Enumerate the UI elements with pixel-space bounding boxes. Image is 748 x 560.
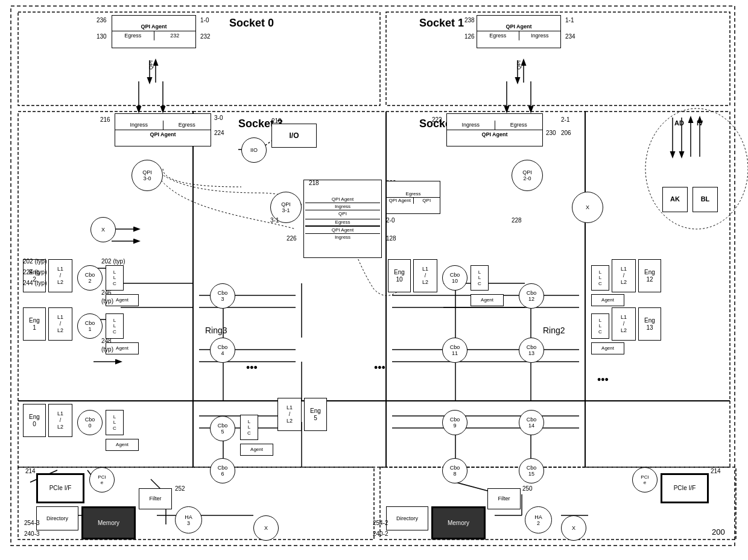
bl-box: BL bbox=[693, 187, 718, 212]
x-circle-bottom-right: X bbox=[561, 515, 586, 541]
ref30-label: 3-0 bbox=[214, 115, 223, 121]
eng12-box: Eng12 bbox=[638, 259, 661, 292]
diagram: Socket 0 QPI Agent Egress 232 236 130 1-… bbox=[0, 0, 748, 560]
agent0-box: Agent bbox=[106, 439, 139, 451]
qpi-agent-socket0: QPI Agent Egress 232 bbox=[112, 15, 196, 48]
cbo3-circle: Cbo3 bbox=[210, 283, 235, 309]
ref240-2-label: 240-2 bbox=[373, 530, 388, 537]
agent12-box: Agent bbox=[591, 294, 624, 306]
ref202-right-label: 202 (typ) bbox=[101, 258, 125, 265]
io-box: I/O bbox=[271, 124, 317, 148]
llc13-box: LLC bbox=[591, 313, 609, 339]
pcie-right-circle: PCIe bbox=[632, 467, 658, 492]
svg-rect-1 bbox=[18, 12, 380, 105]
ref244-label: 244 (typ) bbox=[23, 280, 46, 286]
cbo1-circle: Cbo1 bbox=[77, 313, 103, 339]
dots2: ••• bbox=[374, 362, 385, 374]
eng5-box: Eng5 bbox=[304, 398, 327, 431]
cbo0-circle: Cbo0 bbox=[77, 410, 103, 435]
cbo11-circle: Cbo11 bbox=[442, 338, 468, 363]
ref248-label: 248 bbox=[101, 338, 112, 344]
pcie-left-circle: PCIe bbox=[89, 467, 115, 492]
qpi-agent-socket3: Ingress Egress QPI Agent bbox=[115, 113, 211, 146]
pcie-if-left: PCIe I/F bbox=[36, 473, 84, 503]
ha2-circle: HA2 bbox=[525, 506, 552, 533]
ref246-label: 246 bbox=[101, 289, 112, 296]
qpi21b-circle: X bbox=[572, 192, 603, 223]
agent13-box: Agent bbox=[591, 342, 624, 354]
ref228-label: 228 bbox=[512, 217, 522, 224]
cbo15-circle: Cbo15 bbox=[519, 458, 544, 483]
qpi30-circle: QPI3-0 bbox=[132, 160, 163, 191]
eng0-box: Eng0 bbox=[23, 404, 46, 437]
l1l2-1-box: L1/L2 bbox=[48, 307, 72, 341]
ref224typ-label: 224 (typ) bbox=[23, 269, 46, 275]
ref236-label: 236 bbox=[97, 17, 107, 24]
ref11-label: 1-1 bbox=[565, 17, 574, 24]
qpi20-circle: QPI2-0 bbox=[512, 160, 543, 191]
ref31-label: 3-1 bbox=[270, 217, 279, 224]
ref200-label: 200 bbox=[712, 527, 725, 536]
qpi-vert-left: QPI bbox=[148, 60, 154, 70]
l1l2-13-box: L1/L2 bbox=[612, 307, 636, 341]
ref210-label: 210 bbox=[271, 118, 282, 124]
ref21-label: 2-1 bbox=[561, 116, 569, 123]
cbo9-circle: Cbo9 bbox=[442, 410, 468, 435]
cbo2-circle: Cbo2 bbox=[77, 265, 103, 291]
ad-label: AD bbox=[674, 119, 684, 127]
l1l2-0-box: L1/L2 bbox=[48, 404, 72, 437]
cbo6-circle: Cbo6 bbox=[210, 458, 235, 483]
ref230-label: 230 bbox=[546, 130, 556, 136]
filter-left-box: Filter bbox=[139, 488, 172, 509]
ref216-label: 216 bbox=[100, 116, 110, 123]
filter-right-box: Filter bbox=[487, 488, 521, 509]
llc1-box: LLC bbox=[106, 313, 124, 339]
l1l2-5-box: L1/L2 bbox=[277, 398, 302, 431]
qpi-agent-socket1: QPI Agent Egress Ingress bbox=[477, 15, 561, 48]
cbo13-circle: Cbo13 bbox=[519, 338, 544, 363]
ref214-left-label: 214 bbox=[25, 468, 36, 474]
memory-right-box: Memory bbox=[431, 506, 486, 540]
agent5-box: Agent bbox=[240, 444, 273, 456]
ref254-2-label: 254-2 bbox=[373, 520, 388, 526]
llc5-box: LLC bbox=[240, 415, 258, 440]
agent10-box: Agent bbox=[471, 294, 504, 306]
ref234-label: 234 bbox=[565, 33, 575, 40]
iv-label: IV bbox=[697, 119, 703, 127]
ref130-label: 130 bbox=[97, 33, 107, 40]
egress-20-box: Egress QPI Agent QPI bbox=[386, 181, 440, 214]
ring3-label: Ring3 bbox=[205, 326, 227, 335]
directory-left-box: Directory bbox=[36, 506, 78, 530]
ref20-label: 2-0 bbox=[386, 217, 395, 224]
eng1-box: Eng1 bbox=[23, 307, 46, 341]
ring2-label: Ring2 bbox=[543, 326, 565, 335]
ref226-label: 226 bbox=[287, 235, 297, 242]
iio-circle: IIO bbox=[241, 137, 267, 163]
eng10-box: Eng10 bbox=[388, 259, 411, 292]
ref218-label: 218 bbox=[309, 180, 319, 186]
ref206-label: 206 bbox=[561, 130, 571, 136]
dots1: ••• bbox=[246, 362, 258, 374]
x-circle-left: X bbox=[90, 217, 116, 242]
socket0-label: Socket 0 bbox=[229, 17, 274, 30]
ref214-right-label: 214 bbox=[711, 468, 721, 474]
ingress-socket0: 232 bbox=[154, 31, 196, 40]
ref250-label: 250 bbox=[522, 485, 533, 492]
ha3-circle: HA3 bbox=[175, 506, 202, 533]
llc2-box: LLC bbox=[106, 265, 124, 291]
directory-right-box: Directory bbox=[386, 506, 428, 530]
cbo8-circle: Cbo8 bbox=[442, 458, 468, 483]
qpi-vert-right: QPI bbox=[516, 60, 522, 70]
cbo4-circle: Cbo4 bbox=[210, 338, 235, 363]
ref232-label: 232 bbox=[200, 33, 211, 40]
ref202-left-label: 202 (typ) bbox=[23, 258, 46, 265]
ref126-label: 126 bbox=[464, 33, 475, 40]
ref248typ-label: (typ) bbox=[101, 346, 113, 353]
llc0-box: LLC bbox=[106, 410, 124, 435]
socket1-label: Socket 1 bbox=[419, 17, 464, 30]
ref254-3-label: 254-3 bbox=[24, 520, 40, 526]
dots3: ••• bbox=[597, 374, 609, 386]
cbo12-circle: Cbo12 bbox=[519, 283, 544, 309]
memory-left-box: Memory bbox=[81, 506, 136, 540]
ref224-label: 224 bbox=[214, 130, 224, 136]
